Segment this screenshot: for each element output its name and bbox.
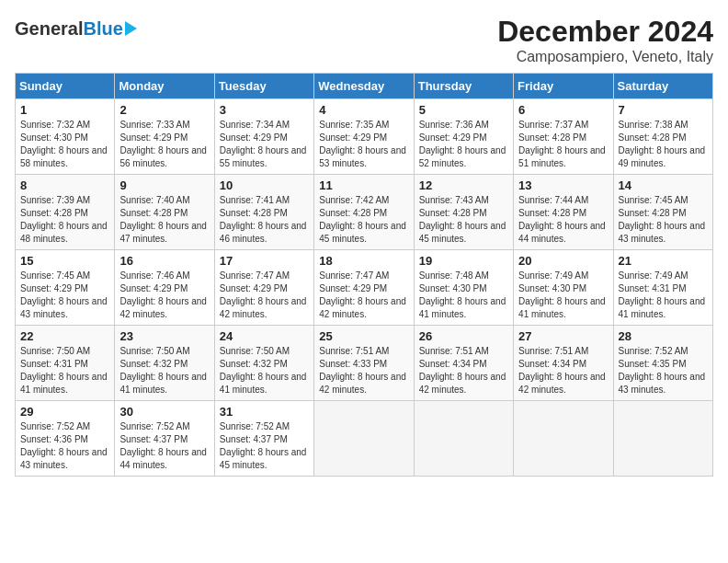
day-info: Sunrise: 7:49 AMSunset: 4:30 PMDaylight:…: [518, 270, 608, 321]
sunrise-text: Sunrise: 7:49 AM: [518, 270, 608, 282]
day-number: 17: [220, 254, 309, 268]
sunrise-text: Sunrise: 7:37 AM: [518, 119, 608, 132]
day-number: 21: [619, 254, 708, 268]
sunrise-text: Sunrise: 7:34 AM: [220, 119, 309, 132]
daylight-text: Daylight: 8 hours and 56 minutes.: [119, 144, 209, 170]
sunrise-text: Sunrise: 7:45 AM: [619, 194, 708, 207]
sunrise-text: Sunrise: 7:41 AM: [220, 194, 309, 207]
sunset-text: Sunset: 4:29 PM: [119, 132, 209, 144]
daylight-text: Daylight: 8 hours and 42 minutes.: [319, 295, 408, 321]
day-of-week-header: Saturday: [613, 74, 712, 99]
calendar-cell: 13Sunrise: 7:44 AMSunset: 4:28 PMDayligh…: [514, 175, 613, 250]
day-info: Sunrise: 7:45 AMSunset: 4:29 PMDaylight:…: [20, 270, 109, 321]
day-number: 16: [119, 254, 209, 268]
daylight-text: Daylight: 8 hours and 51 minutes.: [518, 144, 608, 170]
sunset-text: Sunset: 4:28 PM: [518, 207, 608, 220]
sunset-text: Sunset: 4:28 PM: [419, 207, 508, 220]
logo-blue-text: Blue: [83, 18, 122, 39]
calendar-cell: 6Sunrise: 7:37 AMSunset: 4:28 PMDaylight…: [514, 99, 613, 175]
sunset-text: Sunset: 4:30 PM: [518, 282, 608, 295]
day-of-week-header: Monday: [115, 74, 214, 99]
day-of-week-header: Friday: [514, 74, 613, 99]
sunrise-text: Sunrise: 7:38 AM: [619, 119, 708, 132]
calendar-cell: 21Sunrise: 7:49 AMSunset: 4:31 PMDayligh…: [613, 250, 712, 326]
calendar-cell: 9Sunrise: 7:40 AMSunset: 4:28 PMDaylight…: [115, 175, 214, 250]
calendar-cell: 15Sunrise: 7:45 AMSunset: 4:29 PMDayligh…: [16, 250, 115, 326]
calendar-week-row: 22Sunrise: 7:50 AMSunset: 4:31 PMDayligh…: [16, 326, 713, 401]
day-number: 18: [319, 254, 408, 268]
sunrise-text: Sunrise: 7:51 AM: [419, 345, 508, 358]
day-info: Sunrise: 7:47 AMSunset: 4:29 PMDaylight:…: [319, 270, 408, 321]
day-info: Sunrise: 7:50 AMSunset: 4:32 PMDaylight:…: [119, 345, 209, 396]
calendar-week-row: 8Sunrise: 7:39 AMSunset: 4:28 PMDaylight…: [16, 175, 713, 250]
day-info: Sunrise: 7:47 AMSunset: 4:29 PMDaylight:…: [220, 270, 309, 321]
calendar-cell: 29Sunrise: 7:52 AMSunset: 4:36 PMDayligh…: [16, 401, 115, 477]
sunset-text: Sunset: 4:28 PM: [518, 132, 608, 144]
day-number: 3: [220, 103, 309, 117]
calendar-header-row: SundayMondayTuesdayWednesdayThursdayFrid…: [16, 74, 713, 99]
day-info: Sunrise: 7:41 AMSunset: 4:28 PMDaylight:…: [220, 194, 309, 246]
day-number: 1: [20, 103, 109, 117]
calendar-cell: 16Sunrise: 7:46 AMSunset: 4:29 PMDayligh…: [115, 250, 214, 326]
day-number: 23: [119, 329, 209, 343]
sunrise-text: Sunrise: 7:52 AM: [119, 420, 209, 433]
sunset-text: Sunset: 4:28 PM: [619, 207, 708, 220]
sunrise-text: Sunrise: 7:47 AM: [319, 270, 408, 282]
sunset-text: Sunset: 4:34 PM: [518, 358, 608, 371]
calendar-cell: 26Sunrise: 7:51 AMSunset: 4:34 PMDayligh…: [414, 326, 513, 401]
day-number: 19: [419, 254, 508, 268]
calendar-cell: [613, 401, 712, 477]
sunset-text: Sunset: 4:28 PM: [20, 207, 109, 220]
day-info: Sunrise: 7:50 AMSunset: 4:31 PMDaylight:…: [20, 345, 109, 396]
daylight-text: Daylight: 8 hours and 43 minutes.: [20, 446, 109, 472]
daylight-text: Daylight: 8 hours and 45 minutes.: [319, 220, 408, 246]
sunrise-text: Sunrise: 7:50 AM: [20, 345, 109, 358]
day-info: Sunrise: 7:34 AMSunset: 4:29 PMDaylight:…: [220, 119, 309, 170]
daylight-text: Daylight: 8 hours and 41 minutes.: [220, 371, 309, 396]
day-number: 30: [119, 405, 209, 419]
logo-text: GeneralBlue: [15, 18, 123, 40]
calendar-cell: [414, 401, 513, 477]
sunset-text: Sunset: 4:28 PM: [220, 207, 309, 220]
calendar-cell: 1Sunrise: 7:32 AMSunset: 4:30 PMDaylight…: [16, 99, 115, 175]
sunset-text: Sunset: 4:29 PM: [319, 282, 408, 295]
day-info: Sunrise: 7:51 AMSunset: 4:34 PMDaylight:…: [518, 345, 608, 396]
day-info: Sunrise: 7:37 AMSunset: 4:28 PMDaylight:…: [518, 119, 608, 170]
calendar-cell: 24Sunrise: 7:50 AMSunset: 4:32 PMDayligh…: [214, 326, 313, 401]
daylight-text: Daylight: 8 hours and 43 minutes.: [619, 220, 708, 246]
daylight-text: Daylight: 8 hours and 43 minutes.: [619, 371, 708, 396]
day-info: Sunrise: 7:36 AMSunset: 4:29 PMDaylight:…: [419, 119, 508, 170]
calendar-cell: 19Sunrise: 7:48 AMSunset: 4:30 PMDayligh…: [414, 250, 513, 326]
day-info: Sunrise: 7:50 AMSunset: 4:32 PMDaylight:…: [220, 345, 309, 396]
sunrise-text: Sunrise: 7:51 AM: [319, 345, 408, 358]
calendar-cell: 27Sunrise: 7:51 AMSunset: 4:34 PMDayligh…: [514, 326, 613, 401]
calendar-cell: 18Sunrise: 7:47 AMSunset: 4:29 PMDayligh…: [314, 250, 414, 326]
sunset-text: Sunset: 4:33 PM: [319, 358, 408, 371]
day-number: 31: [220, 405, 309, 419]
daylight-text: Daylight: 8 hours and 42 minutes.: [319, 371, 408, 396]
calendar-week-row: 1Sunrise: 7:32 AMSunset: 4:30 PMDaylight…: [16, 99, 713, 175]
daylight-text: Daylight: 8 hours and 55 minutes.: [220, 144, 309, 170]
day-number: 15: [20, 254, 109, 268]
sunset-text: Sunset: 4:29 PM: [119, 282, 209, 295]
daylight-text: Daylight: 8 hours and 41 minutes.: [619, 295, 708, 321]
day-number: 8: [20, 178, 109, 192]
daylight-text: Daylight: 8 hours and 45 minutes.: [220, 446, 309, 472]
day-info: Sunrise: 7:51 AMSunset: 4:33 PMDaylight:…: [319, 345, 408, 396]
daylight-text: Daylight: 8 hours and 53 minutes.: [319, 144, 408, 170]
calendar-cell: 5Sunrise: 7:36 AMSunset: 4:29 PMDaylight…: [414, 99, 513, 175]
calendar-cell: 12Sunrise: 7:43 AMSunset: 4:28 PMDayligh…: [414, 175, 513, 250]
daylight-text: Daylight: 8 hours and 42 minutes.: [518, 371, 608, 396]
sunset-text: Sunset: 4:37 PM: [220, 433, 309, 446]
daylight-text: Daylight: 8 hours and 47 minutes.: [119, 220, 209, 246]
sunrise-text: Sunrise: 7:33 AM: [119, 119, 209, 132]
calendar-cell: 30Sunrise: 7:52 AMSunset: 4:37 PMDayligh…: [115, 401, 214, 477]
day-info: Sunrise: 7:52 AMSunset: 4:35 PMDaylight:…: [619, 345, 708, 396]
day-number: 26: [419, 329, 508, 343]
day-info: Sunrise: 7:52 AMSunset: 4:36 PMDaylight:…: [20, 420, 109, 472]
day-info: Sunrise: 7:51 AMSunset: 4:34 PMDaylight:…: [419, 345, 508, 396]
calendar-week-row: 29Sunrise: 7:52 AMSunset: 4:36 PMDayligh…: [16, 401, 713, 477]
day-info: Sunrise: 7:44 AMSunset: 4:28 PMDaylight:…: [518, 194, 608, 246]
day-number: 28: [619, 329, 708, 343]
sunset-text: Sunset: 4:29 PM: [220, 282, 309, 295]
